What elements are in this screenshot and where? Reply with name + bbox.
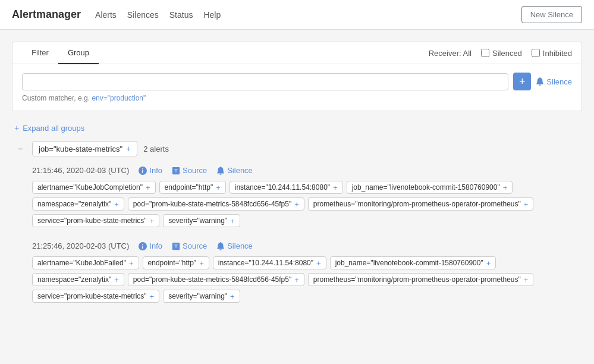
- group-tag: job="kube-state-metrics" +: [32, 141, 137, 156]
- inhibited-label: Inhibited: [543, 49, 572, 58]
- label-text: job_name="livenotebook-commit-1580760900…: [352, 183, 500, 192]
- label-add-button[interactable]: +: [486, 259, 491, 267]
- label-add-button[interactable]: +: [199, 259, 204, 267]
- label-text: severity="warning": [168, 292, 227, 300]
- alert-1-labels-row-2: namespace="zenalytix" + pod="prom-kube-s…: [32, 197, 580, 211]
- add-filter-button[interactable]: +: [513, 73, 531, 90]
- group-tag-text: job="kube-state-metrics": [39, 145, 122, 153]
- label-tag: prometheus="monitoring/prom-prometheus-o…: [308, 273, 534, 286]
- nav-help[interactable]: Help: [203, 8, 221, 22]
- nav-alerts[interactable]: Alerts: [95, 8, 117, 22]
- filter-input[interactable]: [22, 73, 508, 90]
- label-add-button[interactable]: +: [146, 184, 150, 192]
- label-add-button[interactable]: +: [294, 276, 299, 284]
- label-tag: namespace="zenalytix" +: [32, 197, 124, 211]
- label-add-button[interactable]: +: [216, 184, 221, 192]
- silence-icon-2: [216, 242, 225, 250]
- inhibited-checkbox[interactable]: [532, 49, 540, 57]
- label-text: service="prom-kube-state-metrics": [37, 216, 147, 225]
- bell-slash-icon: [536, 77, 544, 86]
- alert-1-source-button[interactable]: Source: [172, 166, 207, 175]
- nav-status[interactable]: Status: [169, 8, 193, 22]
- alert-1-silence-label: Silence: [227, 166, 253, 175]
- silenced-checkbox[interactable]: [481, 49, 489, 57]
- tab-filter[interactable]: Filter: [22, 42, 58, 64]
- label-tag: severity="warning" +: [163, 214, 240, 227]
- hint-row: Custom matcher, e.g. env="production": [22, 94, 572, 102]
- label-tag: pod="prom-kube-state-metrics-5848fcd656-…: [128, 273, 304, 286]
- label-text: prometheus="monitoring/prom-prometheus-o…: [313, 200, 521, 208]
- label-tag: namespace="zenalytix" +: [32, 273, 124, 286]
- info-icon: [139, 167, 147, 175]
- hint-example-link[interactable]: env="production": [92, 94, 146, 102]
- filter-tabs-left: Filter Group: [22, 42, 99, 64]
- expand-all-label: Expand all groups: [23, 124, 84, 133]
- label-text: pod="prom-kube-state-metrics-5848fcd656-…: [133, 275, 291, 284]
- label-text: job_name="livenotebook-commit-1580760900…: [335, 259, 483, 267]
- label-tag: instance="10.244.11.54:8080" +: [213, 256, 326, 269]
- label-tag: endpoint="http" +: [143, 256, 209, 269]
- alert-1-time: 21:15:46, 2020-02-03 (UTC): [32, 166, 129, 175]
- label-text: alertname="KubeJobCompletion": [37, 183, 143, 192]
- plus-expand-icon: +: [14, 123, 19, 133]
- label-text: prometheus="monitoring/prom-prometheus-o…: [313, 275, 521, 284]
- label-text: instance="10.244.11.54:8080": [235, 183, 330, 192]
- label-add-button[interactable]: +: [114, 276, 119, 284]
- alert-1-labels-row-3: service="prom-kube-state-metrics" + seve…: [32, 214, 580, 227]
- label-add-button[interactable]: +: [316, 259, 321, 267]
- label-add-button[interactable]: +: [524, 200, 529, 208]
- alert-2-labels-row-3: service="prom-kube-state-metrics" + seve…: [32, 290, 580, 303]
- filter-tabs-bar: Filter Group Receiver: All Silenced Inhi…: [12, 42, 582, 64]
- brand-title: Alertmanager: [12, 8, 81, 21]
- label-text: severity="warning": [168, 216, 227, 225]
- group-collapse-button[interactable]: −: [14, 144, 26, 153]
- label-add-button[interactable]: +: [150, 217, 155, 225]
- alert-1-info-label: Info: [149, 166, 162, 175]
- label-add-button[interactable]: +: [333, 184, 338, 192]
- alert-2-silence-button[interactable]: Silence: [216, 241, 253, 250]
- label-add-button[interactable]: +: [129, 259, 134, 267]
- silence-header-button[interactable]: Silence: [536, 77, 572, 86]
- navbar: Alertmanager Alerts Silences Status Help…: [0, 0, 594, 30]
- source-icon-2: [172, 242, 180, 250]
- alert-2-silence-label: Silence: [227, 241, 253, 250]
- group-header-row: − job="kube-state-metrics" + 2 alerts: [14, 141, 580, 156]
- alert-2-source-label: Source: [183, 241, 207, 250]
- group-tag-add-button[interactable]: +: [126, 144, 131, 153]
- silence-header-label: Silence: [546, 77, 572, 86]
- alert-1-silence-button[interactable]: Silence: [216, 166, 253, 175]
- label-add-button[interactable]: +: [503, 184, 508, 192]
- label-tag: job_name="livenotebook-commit-1580760900…: [330, 256, 496, 269]
- alert-1-info-button[interactable]: Info: [139, 166, 162, 175]
- label-tag: alertname="KubeJobFailed" +: [32, 256, 139, 269]
- alert-2-info-label: Info: [149, 241, 162, 250]
- alert-2-time: 21:25:46, 2020-02-03 (UTC): [32, 241, 129, 250]
- silenced-checkbox-label[interactable]: Silenced: [481, 49, 522, 58]
- label-add-button[interactable]: +: [230, 293, 235, 300]
- alert-2-info-button[interactable]: Info: [139, 241, 162, 250]
- silence-icon-1: [216, 167, 225, 175]
- tab-group[interactable]: Group: [58, 42, 99, 64]
- label-tag: alertname="KubeJobCompletion" +: [32, 181, 156, 194]
- label-text: alertname="KubeJobFailed": [37, 259, 126, 267]
- filter-body: + Silence Custom matcher, e.g. env="prod…: [12, 64, 582, 111]
- inhibited-checkbox-label[interactable]: Inhibited: [532, 49, 572, 58]
- filter-card: Filter Group Receiver: All Silenced Inhi…: [12, 42, 582, 111]
- receiver-label: Receiver: All: [429, 49, 472, 58]
- expand-all-button[interactable]: + Expand all groups: [14, 123, 84, 133]
- label-add-button[interactable]: +: [230, 217, 235, 225]
- label-add-button[interactable]: +: [294, 200, 299, 208]
- label-text: endpoint="http": [148, 259, 197, 267]
- label-add-button[interactable]: +: [524, 276, 529, 284]
- alert-1-source-label: Source: [183, 166, 207, 175]
- new-silence-button[interactable]: New Silence: [521, 6, 582, 23]
- alert-2-source-button[interactable]: Source: [172, 241, 207, 250]
- label-add-button[interactable]: +: [150, 293, 155, 300]
- alert-item-2: 21:25:46, 2020-02-03 (UTC) Info Source: [32, 241, 580, 303]
- silenced-label: Silenced: [492, 49, 522, 58]
- label-tag: service="prom-kube-state-metrics" +: [32, 290, 159, 303]
- minus-icon: −: [18, 144, 23, 153]
- label-add-button[interactable]: +: [114, 200, 119, 208]
- label-tag: severity="warning" +: [163, 290, 240, 303]
- nav-silences[interactable]: Silences: [127, 8, 159, 22]
